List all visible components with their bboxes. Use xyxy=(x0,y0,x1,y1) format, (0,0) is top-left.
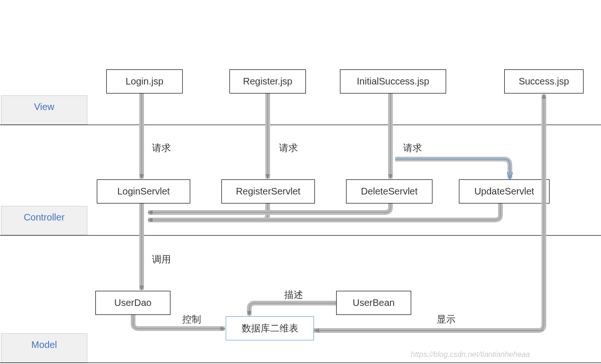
box-delete-servlet: DeleteServlet xyxy=(346,179,432,203)
divider-view xyxy=(0,125,601,125)
label-describe: 描述 xyxy=(283,288,304,301)
label-control: 控制 xyxy=(181,313,202,326)
box-success-jsp: Success.jsp xyxy=(504,69,584,93)
box-update-servlet: UpdateServlet xyxy=(459,179,550,203)
label-request2: 请求 xyxy=(278,142,299,154)
divider-controller xyxy=(0,235,601,236)
label-display: 显示 xyxy=(436,313,457,326)
box-user-dao: UserDao xyxy=(95,291,170,315)
label-request1: 请求 xyxy=(151,142,172,154)
layer-controller-label: Controller xyxy=(1,206,87,235)
box-db-table: 数据库二维表 xyxy=(226,316,314,340)
box-user-bean: UserBean xyxy=(336,291,411,315)
label-call: 调用 xyxy=(151,253,172,266)
box-login-servlet: LoginServlet xyxy=(97,179,190,203)
box-register-jsp: Register.jsp xyxy=(229,69,306,93)
layer-view-label: View xyxy=(1,95,87,125)
box-register-servlet: RegisterServlet xyxy=(221,179,315,203)
label-request3: 请求 xyxy=(402,142,423,154)
box-login-jsp: Login.jsp xyxy=(106,69,183,93)
watermark-text: https://blog.csdn.net/tiantianheheaa xyxy=(411,350,530,359)
layer-model-label: Model xyxy=(1,333,87,363)
divider-model xyxy=(0,363,601,363)
box-initial-success-jsp: InitialSuccess.jsp xyxy=(340,69,446,93)
